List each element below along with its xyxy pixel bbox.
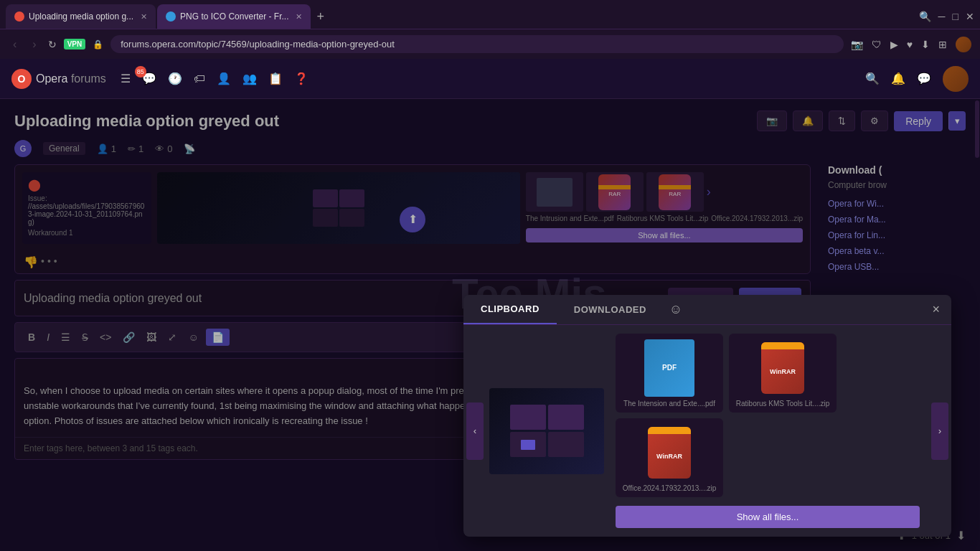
browser-chrome: Uploading media option g... ✕ PNG to ICO… (0, 0, 980, 59)
media-left-thumb (486, 325, 607, 537)
page-content: Uploading media option greyed out 📷 🔔 ⇅ … (0, 99, 980, 551)
lock-icon: 🔒 (93, 39, 103, 50)
opera-logo-circle: O (11, 69, 32, 89)
clock-icon[interactable]: 🕐 (168, 72, 182, 85)
tab-inactive[interactable]: PNG to ICO Converter - Fr... ✕ (157, 4, 311, 29)
bell-icon[interactable]: 🔔 (891, 72, 905, 85)
tab-label-active: Uploading media option g... (29, 11, 133, 22)
help-icon[interactable]: ❓ (294, 72, 308, 85)
extensions-icon[interactable]: ⊞ (938, 39, 947, 50)
address-bar: ‹ › ↻ VPN 🔒 forums.opera.com/topic/74569… (0, 29, 980, 59)
smiley-btn[interactable]: ☺ (664, 296, 688, 323)
tab-favicon-png (166, 11, 176, 22)
winrar-icon-2: WinRAR (644, 424, 694, 481)
search-forum-icon[interactable]: 🔍 (865, 72, 880, 85)
browser-nav-icons: 🔍 ─ □ ✕ (919, 11, 974, 22)
back-button[interactable]: ‹ (9, 37, 21, 52)
opera-logo[interactable]: O Opera forums (11, 69, 106, 89)
download-icon[interactable]: ⬇ (921, 39, 930, 50)
media-item-pdf[interactable]: PDF The Intension and Exte....pdf (616, 334, 723, 413)
address-right-icons: 📷 🛡 ▶ ♥ ⬇ ⊞ (851, 37, 971, 52)
minimize-icon[interactable]: ─ (938, 11, 946, 22)
media-picker: CLIPBOARD DOWNLOADED ☺ × ‹ (463, 295, 951, 537)
refresh-button[interactable]: ↻ (48, 39, 57, 50)
flow-icon[interactable]: ▶ (890, 39, 898, 50)
message-icon[interactable]: 💬 (917, 72, 931, 85)
tab-downloaded[interactable]: DOWNLOADED (557, 296, 664, 324)
show-all-files-btn[interactable]: Show all files... (616, 506, 920, 528)
new-tab-button[interactable]: + (311, 9, 330, 24)
tab-close-inactive[interactable]: ✕ (296, 12, 302, 22)
media-next-btn[interactable]: › (931, 402, 948, 460)
heart-icon[interactable]: ♥ (907, 39, 913, 50)
tab-active[interactable]: Uploading media option g... ✕ (6, 4, 156, 29)
maximize-icon[interactable]: □ (953, 11, 958, 22)
close-window-icon[interactable]: ✕ (966, 11, 974, 22)
media-picker-header: CLIPBOARD DOWNLOADED ☺ × (463, 295, 951, 325)
header-right: 🔍 🔔 💬 (865, 66, 969, 92)
pdf-file-label: The Intension and Exte....pdf (623, 400, 715, 408)
tab-favicon-opera (14, 11, 24, 22)
media-right-grid: PDF The Intension and Exte....pdf WinRAR… (607, 325, 928, 537)
media-item-zip-1[interactable]: WinRAR Ratiborus KMS Tools Lit....zip (729, 334, 837, 413)
media-prev-btn[interactable]: ‹ (466, 402, 484, 460)
tab-bar: Uploading media option g... ✕ PNG to ICO… (0, 0, 980, 29)
clipboard-preview[interactable] (489, 388, 604, 474)
user-avatar-forum[interactable] (943, 66, 969, 92)
forum-header: O Opera forums ☰ 💬 85 🕐 🏷 👤 👥 📋 ❓ 🔍 🔔 💬 (0, 59, 980, 99)
forum-title-text: Opera forums (36, 72, 106, 85)
list-icon[interactable]: 📋 (268, 72, 283, 85)
winrar-icon-1: WinRAR (758, 339, 808, 397)
pdf-file-icon: PDF (644, 339, 694, 397)
media-item-zip-2[interactable]: WinRAR Office.2024.17932.2013....zip (616, 418, 723, 497)
shield-icon[interactable]: 🛡 (872, 39, 882, 50)
camera-icon[interactable]: 📷 (851, 39, 863, 50)
tab-label-inactive: PNG to ICO Converter - Fr... (180, 11, 288, 22)
users-icon[interactable]: 👥 (242, 72, 257, 85)
tag-icon[interactable]: 🏷 (194, 72, 205, 85)
media-picker-body: ‹ (463, 325, 951, 537)
vpn-badge[interactable]: VPN (64, 39, 86, 50)
media-file-grid: PDF The Intension and Exte....pdf WinRAR… (616, 334, 920, 497)
forum-nav-icons: ☰ 💬 85 🕐 🏷 👤 👥 📋 ❓ (121, 72, 308, 85)
tab-close-active[interactable]: ✕ (141, 12, 147, 22)
notification-badge: 85 (135, 66, 146, 77)
media-picker-close-btn[interactable]: × (920, 296, 951, 323)
user-icon[interactable]: 👤 (217, 72, 231, 85)
url-bar[interactable]: forums.opera.com/topic/74569/uploading-m… (110, 35, 843, 53)
zip-1-label: Ratiborus KMS Tools Lit....zip (736, 400, 829, 408)
user-avatar-address[interactable] (956, 37, 971, 52)
search-icon[interactable]: 🔍 (919, 11, 931, 22)
tab-clipboard[interactable]: CLIPBOARD (463, 295, 557, 324)
chat-icon[interactable]: 💬 85 (142, 72, 156, 85)
zip-2-label: Office.2024.17932.2013....zip (623, 484, 716, 492)
hamburger-icon[interactable]: ☰ (121, 72, 131, 85)
forward-button[interactable]: › (28, 37, 40, 52)
